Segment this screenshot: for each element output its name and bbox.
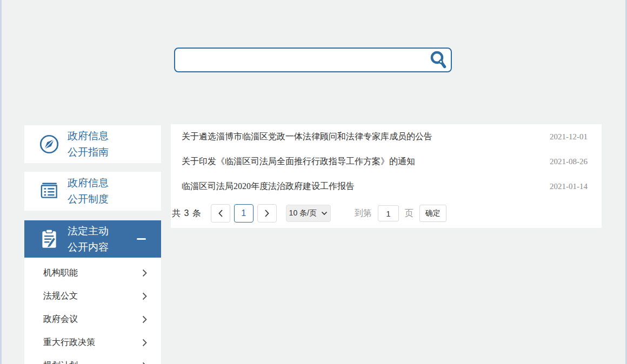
article-row[interactable]: 关于遴选淄博市临淄区党政一体法律顾问和法律专家库成员的公告 2021-12-01	[171, 124, 602, 149]
article-date: 2021-12-01	[550, 132, 588, 141]
chevron-right-icon	[142, 292, 147, 300]
article-date: 2021-01-14	[550, 182, 588, 191]
article-date: 2021-08-26	[550, 157, 588, 166]
sidebar-item-system[interactable]: 政府信息 公开制度	[24, 172, 161, 211]
sidebar-subitem-org-functions[interactable]: 机构职能	[24, 261, 161, 285]
sidebar-item-label: 政府信息 公开指南	[68, 128, 109, 160]
chevron-right-icon	[142, 362, 147, 364]
goto-label-suffix: 页	[405, 208, 413, 219]
page-size-select[interactable]: 10 条/页	[286, 205, 331, 222]
search-icon	[429, 50, 448, 70]
chevron-right-icon	[142, 315, 147, 323]
article-title[interactable]: 关于遴选淄博市临淄区党政一体法律顾问和法律专家库成员的公告	[182, 131, 432, 143]
article-title[interactable]: 关于印发《临淄区司法局全面推行行政指导工作方案》的通知	[182, 156, 415, 167]
minus-icon	[137, 238, 146, 240]
sidebar-subitem-gov-meetings[interactable]: 政府会议	[24, 308, 161, 331]
next-page-button[interactable]	[257, 204, 277, 223]
sidebar-item-label: 政府信息 公开制度	[68, 175, 109, 207]
article-title[interactable]: 临淄区司法局2020年度法治政府建设工作报告	[182, 181, 355, 192]
goto-page-input[interactable]	[378, 205, 399, 221]
sidebar-item-label: 法定主动 公开内容	[68, 223, 109, 255]
prev-page-button[interactable]	[211, 204, 230, 223]
compass-icon	[37, 133, 61, 156]
page-edge-left	[0, 0, 2, 364]
page-number-button[interactable]: 1	[234, 204, 254, 223]
clipboard-pencil-icon	[37, 228, 61, 251]
sidebar-item-legal-content[interactable]: 法定主动 公开内容	[24, 220, 161, 258]
document-list-icon	[37, 180, 61, 203]
sidebar-subitem-major-decisions[interactable]: 重大行政决策	[24, 331, 161, 354]
chevron-right-icon	[142, 269, 147, 277]
confirm-button[interactable]: 确定	[419, 205, 446, 222]
sidebar-subitem-plans[interactable]: 规划计划	[24, 354, 161, 364]
goto-label-prefix: 到第	[355, 208, 372, 219]
article-row[interactable]: 临淄区司法局2020年度法治政府建设工作报告 2021-01-14	[171, 174, 602, 199]
chevron-right-icon	[142, 339, 147, 347]
search-input[interactable]	[175, 49, 426, 71]
article-list-panel: 关于遴选淄博市临淄区党政一体法律顾问和法律专家库成员的公告 2021-12-01…	[171, 124, 602, 228]
search-bar	[174, 48, 452, 72]
total-count: 共 3 条	[172, 208, 202, 219]
sidebar-item-guide[interactable]: 政府信息 公开指南	[24, 125, 161, 163]
sidebar-subitem-regulations[interactable]: 法规公文	[24, 285, 161, 308]
chevron-down-icon	[321, 211, 328, 215]
sidebar-submenu: 机构职能 法规公文 政府会议 重大行政决策 规划计划	[24, 258, 161, 364]
pagination-bar: 共 3 条 1 10 条/页 到第 页 确定	[171, 199, 602, 228]
search-button[interactable]	[426, 49, 451, 71]
article-row[interactable]: 关于印发《临淄区司法局全面推行行政指导工作方案》的通知 2021-08-26	[171, 149, 602, 174]
